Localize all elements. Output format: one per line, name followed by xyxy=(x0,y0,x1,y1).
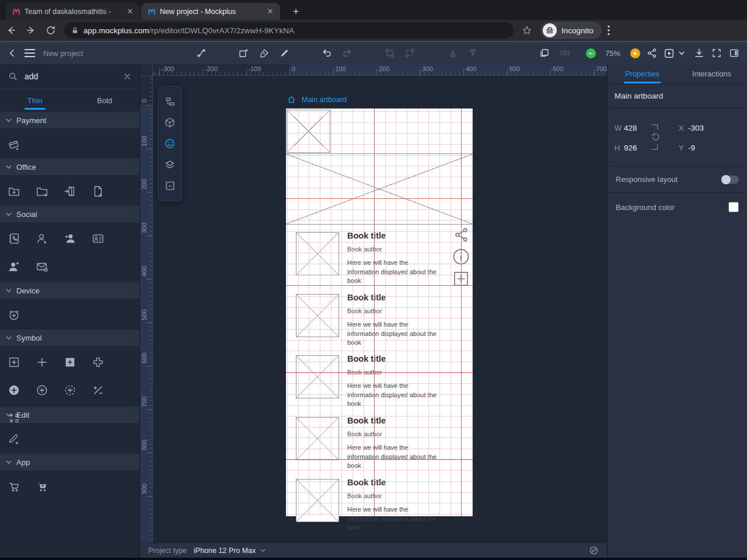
section-header-office[interactable]: Office xyxy=(0,159,139,175)
icons-library-smiley-icon[interactable] xyxy=(162,135,178,152)
book-list-item[interactable]: Book title Book author Here we will have… xyxy=(286,479,473,537)
new-tab-icon[interactable]: + xyxy=(288,5,303,19)
book-cover-placeholder[interactable] xyxy=(296,417,339,460)
pencil-add-icon[interactable] xyxy=(0,425,28,453)
tab-thin[interactable]: Thin xyxy=(0,89,70,112)
forward-icon[interactable] xyxy=(22,22,40,38)
plus-circle-filled-icon[interactable] xyxy=(0,376,28,404)
plus-square-filled-icon[interactable] xyxy=(56,348,84,376)
image-placeholder[interactable] xyxy=(287,110,330,153)
book-list-item[interactable]: Book title Book author Here we will have… xyxy=(286,417,473,475)
plus-icon[interactable] xyxy=(28,348,56,376)
cart-outline-icon[interactable] xyxy=(0,473,28,501)
project-type-value[interactable]: iPhone 12 Pro Max xyxy=(194,547,256,555)
preview-dropdown-chevron-icon[interactable] xyxy=(677,42,686,64)
duplicate-icon[interactable] xyxy=(537,42,552,64)
close-icon[interactable]: ✕ xyxy=(125,6,135,17)
card-add-icon[interactable] xyxy=(0,131,28,159)
component-cube-icon[interactable] xyxy=(162,114,178,131)
folder-add-alt-icon[interactable] xyxy=(28,177,56,205)
group-icon[interactable] xyxy=(382,42,397,64)
book-list-item[interactable]: Book title Book author Here we will have… xyxy=(286,232,473,290)
star-icon[interactable] xyxy=(522,25,532,36)
connector-icon[interactable] xyxy=(194,42,209,64)
person-add-outline-icon[interactable] xyxy=(28,225,56,253)
section-icons-app xyxy=(0,470,139,501)
clear-search-icon[interactable] xyxy=(123,72,131,80)
pencil-icon[interactable] xyxy=(277,42,292,64)
x-field[interactable]: -303 xyxy=(688,124,718,132)
folder-add-icon[interactable] xyxy=(0,177,28,205)
book-cover-placeholder[interactable] xyxy=(296,355,339,398)
search-input[interactable]: add xyxy=(25,72,123,81)
back-to-projects-icon[interactable] xyxy=(5,42,20,64)
close-icon[interactable]: ✕ xyxy=(265,6,275,17)
plus-circle-outline-icon[interactable] xyxy=(28,376,56,404)
book-list-item[interactable]: Book title Book author Here we will have… xyxy=(286,294,473,352)
browser-tab-team[interactable]: Team of daskalosmathitis - ✕ xyxy=(6,3,140,20)
section-header-app[interactable]: App xyxy=(0,454,139,470)
alarm-add-icon[interactable] xyxy=(0,301,28,329)
plus-square-outline-icon[interactable] xyxy=(0,348,28,376)
section-header-social[interactable]: Social xyxy=(0,206,139,222)
mail-add-icon[interactable] xyxy=(28,253,56,281)
book-cover-placeholder[interactable] xyxy=(296,232,339,275)
fullscreen-icon[interactable] xyxy=(709,42,724,64)
ungroup-icon[interactable] xyxy=(402,42,417,64)
share-icon[interactable] xyxy=(453,227,469,243)
browser-tab-new-project[interactable]: New project - Mockplus ✕ xyxy=(141,3,280,20)
undo-icon[interactable] xyxy=(319,42,334,64)
adaptive-view-icon[interactable] xyxy=(589,545,599,555)
contacts-book-icon[interactable] xyxy=(0,225,28,253)
zoom-out-button[interactable]: − xyxy=(585,42,596,64)
redo-icon[interactable] xyxy=(339,42,354,64)
library-search[interactable]: add xyxy=(0,64,139,89)
zoom-in-button[interactable]: + xyxy=(630,42,640,64)
tab-interactions[interactable]: Interactions xyxy=(677,64,746,83)
artboard-label[interactable]: Main artboard xyxy=(287,95,347,104)
plus-circle-dashed-icon[interactable] xyxy=(56,376,84,404)
download-icon[interactable] xyxy=(692,42,707,64)
info-icon[interactable] xyxy=(452,248,470,265)
panel-toggle-icon[interactable] xyxy=(727,42,742,64)
distribute-up-icon[interactable] xyxy=(465,42,480,64)
new-artboard-icon[interactable] xyxy=(236,42,251,64)
file-add-icon[interactable] xyxy=(84,177,112,205)
address-card-icon[interactable] xyxy=(84,225,112,253)
plus-outline-icon[interactable] xyxy=(84,348,112,376)
structure-icon[interactable] xyxy=(162,93,178,110)
cart-filled-icon[interactable] xyxy=(28,473,56,501)
section-header-symbol[interactable]: Symbol xyxy=(0,330,139,346)
back-icon[interactable] xyxy=(2,22,20,38)
layers-icon[interactable] xyxy=(162,156,178,173)
tab-bold[interactable]: Bold xyxy=(70,89,140,112)
main-menu-icon[interactable] xyxy=(22,42,37,64)
frame-icon[interactable] xyxy=(162,177,178,194)
add-icon[interactable] xyxy=(453,271,469,287)
y-field[interactable]: -9 xyxy=(688,144,718,152)
pen-icon[interactable] xyxy=(256,42,271,64)
book-cover-placeholder[interactable] xyxy=(296,479,339,522)
section-header-payment[interactable]: Payment xyxy=(0,112,139,128)
book-cover-placeholder[interactable] xyxy=(296,294,339,337)
responsive-layout-toggle[interactable] xyxy=(721,176,739,184)
background-color-swatch[interactable] xyxy=(728,202,739,212)
plus-minus-icon[interactable] xyxy=(84,376,112,404)
reload-icon[interactable] xyxy=(42,22,60,38)
share-icon[interactable] xyxy=(644,42,659,64)
kebab-menu-icon[interactable] xyxy=(608,25,622,36)
person-add-filled-icon[interactable] xyxy=(56,225,84,253)
tab-strip: Team of daskalosmathitis - ✕ New project… xyxy=(0,0,747,20)
target-icon[interactable] xyxy=(557,42,573,64)
aspect-link-icon[interactable] xyxy=(650,118,662,156)
tab-properties[interactable]: Properties xyxy=(608,64,677,83)
address-bar[interactable]: app.mockplus.com/rp/editor/tDWLQ0vrAX7/2… xyxy=(64,22,514,38)
chevron-down-icon[interactable] xyxy=(260,549,266,552)
book-list-item[interactable]: Book title Book author Here we will have… xyxy=(286,355,473,414)
image-placeholder-wide[interactable] xyxy=(286,153,473,225)
distribute-down-icon[interactable] xyxy=(445,42,460,64)
section-header-device[interactable]: Device xyxy=(0,282,139,299)
preview-icon[interactable] xyxy=(661,42,676,64)
door-enter-icon[interactable] xyxy=(56,177,84,205)
person-plus-filled-icon[interactable] xyxy=(0,253,28,281)
